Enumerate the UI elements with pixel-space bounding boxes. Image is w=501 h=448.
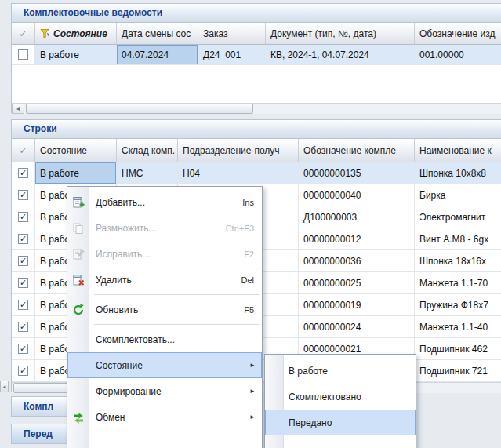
- header-check-column[interactable]: ✓: [12, 23, 35, 45]
- header-code[interactable]: Обозначение компле: [299, 139, 415, 162]
- menu-item-forming[interactable]: Формирование ►: [67, 378, 262, 404]
- row-checkbox[interactable]: ✓: [18, 344, 28, 354]
- cell-name[interactable]: Манжета 1.1-70: [415, 272, 501, 294]
- cell-code[interactable]: 00000000019: [299, 294, 415, 316]
- delete-icon: [72, 274, 85, 286]
- header-department[interactable]: Подразделение-получ: [178, 139, 299, 162]
- sheet-designation-cell[interactable]: 001.00000: [415, 45, 501, 65]
- check-icon: ✓: [19, 28, 27, 39]
- menu-item-delete[interactable]: Удалить Del: [67, 267, 262, 293]
- submenu-item-transferred[interactable]: Передано: [265, 410, 416, 435]
- header-name[interactable]: Наименование к: [415, 139, 501, 162]
- sheet-state-cell[interactable]: В работе: [35, 45, 117, 65]
- row-checkbox-cell[interactable]: ✓: [12, 360, 35, 382]
- cell-code[interactable]: 00000000135: [299, 162, 415, 184]
- row-checkbox[interactable]: ✓: [18, 278, 28, 288]
- add-icon: [72, 196, 85, 209]
- row-checkbox-cell[interactable]: ✓: [12, 294, 35, 316]
- row-checkbox-cell[interactable]: ✓: [12, 228, 35, 250]
- exchange-icon: [72, 411, 85, 424]
- submenu-item-assembled[interactable]: Скомплектовано: [265, 384, 416, 410]
- sheet-doc-cell[interactable]: КВ, 2024-1, 04.07.2024: [266, 45, 415, 65]
- cell-name[interactable]: Пружина Ф18х7: [415, 294, 501, 316]
- header-designation[interactable]: Обозначение изд: [415, 23, 501, 45]
- sheet-row[interactable]: В работе 04.07.2024 Д24_001 КВ, 2024-1, …: [12, 45, 501, 65]
- row-checkbox[interactable]: ✓: [18, 322, 28, 332]
- header-document[interactable]: Документ (тип, №, дата): [266, 23, 415, 45]
- cell-name[interactable]: Электромагнит: [415, 206, 501, 228]
- sheet-row-checkbox-cell[interactable]: [12, 45, 35, 65]
- scroll-left-button[interactable]: ◄: [0, 381, 9, 392]
- row-checkbox[interactable]: ✓: [18, 212, 28, 222]
- row-checkbox-cell[interactable]: ✓: [12, 272, 35, 294]
- cell-code[interactable]: 00000000036: [299, 250, 415, 272]
- state-submenu: В работе Скомплектовано Передано: [264, 354, 416, 448]
- row-checkbox-cell[interactable]: ✓: [12, 338, 35, 360]
- header-date[interactable]: Дата смены сос: [117, 23, 198, 45]
- scroll-thumb[interactable]: [26, 104, 253, 114]
- menu-item-duplicate[interactable]: Размножить... Ctrl+F3: [67, 215, 262, 241]
- submenu-item-in-work[interactable]: В работе: [265, 358, 416, 384]
- submenu-item-label: Передано: [289, 417, 332, 428]
- row-checkbox-cell[interactable]: ✓: [12, 316, 35, 338]
- row-checkbox[interactable]: ✓: [18, 366, 28, 376]
- menu-item-label: Исправить...: [96, 249, 150, 260]
- submenu-arrow-icon: ►: [249, 388, 256, 395]
- row-checkbox[interactable]: [18, 49, 28, 60]
- sheets-table-empty-area: [12, 65, 501, 103]
- cell-state[interactable]: В работе: [35, 162, 117, 184]
- table-row[interactable]: ✓ В работе НМС Н04 00000000135 Шпонка 10…: [12, 162, 501, 184]
- header-state[interactable]: Состояние: [35, 139, 117, 162]
- menu-item-label: Скомплектовать...: [96, 334, 175, 345]
- header-check-column[interactable]: ✓: [12, 139, 35, 162]
- menu-item-shortcut: F2: [244, 249, 254, 259]
- cell-code[interactable]: 00000000040: [299, 184, 415, 206]
- row-checkbox[interactable]: ✓: [18, 234, 28, 244]
- cell-code[interactable]: 00000000025: [299, 272, 415, 294]
- cell-name[interactable]: Бирка: [415, 184, 501, 206]
- menu-item-refresh[interactable]: Обновить F5: [67, 297, 262, 322]
- cell-name[interactable]: Шпонка 18х16х: [415, 250, 501, 272]
- header-warehouse[interactable]: Склад комп.: [117, 139, 178, 162]
- row-checkbox[interactable]: ✓: [18, 300, 28, 310]
- row-checkbox[interactable]: ✓: [18, 168, 28, 178]
- check-icon: ✓: [20, 191, 27, 199]
- sheets-hscrollbar[interactable]: ◄: [12, 103, 501, 114]
- scroll-left-button[interactable]: ◄: [12, 104, 24, 114]
- header-state[interactable]: Состояние: [35, 23, 117, 45]
- sheets-panel-title: Комплектовочные ведомости: [12, 4, 501, 23]
- menu-item-label: Формирование: [96, 386, 162, 397]
- check-icon: ✓: [20, 279, 27, 287]
- header-state-label: Состояние: [53, 28, 107, 39]
- menu-item-state[interactable]: Состояние ►: [67, 352, 262, 378]
- cell-code[interactable]: 00000000012: [299, 228, 415, 250]
- sheet-date-cell[interactable]: 04.07.2024: [117, 45, 198, 65]
- check-icon: ✓: [20, 257, 27, 265]
- menu-item-add[interactable]: Добавить... Ins: [67, 189, 262, 215]
- cell-name[interactable]: Подшипник 462: [415, 338, 501, 360]
- submenu-arrow-icon: ►: [249, 362, 256, 369]
- cell-department[interactable]: Н04: [178, 162, 299, 184]
- cell-warehouse[interactable]: НМС: [117, 162, 178, 184]
- header-order[interactable]: Заказ: [198, 23, 266, 45]
- edit-icon: [72, 248, 85, 260]
- row-checkbox-cell[interactable]: ✓: [12, 250, 35, 272]
- menu-item-edit[interactable]: Исправить... F2: [67, 241, 262, 267]
- cell-code[interactable]: 00000000024: [299, 316, 415, 338]
- sheet-order-cell[interactable]: Д24_001: [198, 45, 266, 65]
- menu-item-exchange[interactable]: Обмен ►: [67, 404, 262, 430]
- cell-name[interactable]: Манжета 1.1-40: [415, 316, 501, 338]
- left-arrow-icon: ◄: [16, 106, 21, 111]
- menu-item-assemble[interactable]: Скомплектовать...: [67, 326, 262, 352]
- cell-name[interactable]: Винт А.М8 - 6gх: [415, 228, 501, 250]
- menu-item-shortcut: Ins: [242, 198, 254, 207]
- cell-code[interactable]: Д100000003: [299, 206, 415, 228]
- cell-name[interactable]: Шпонка 10х8х8: [415, 162, 501, 184]
- cell-name[interactable]: Подшипник 721: [415, 360, 501, 382]
- row-checkbox[interactable]: ✓: [18, 190, 28, 200]
- row-checkbox-cell[interactable]: ✓: [12, 162, 35, 184]
- row-checkbox-cell[interactable]: ✓: [12, 206, 35, 228]
- check-icon: ✓: [20, 300, 27, 309]
- row-checkbox[interactable]: ✓: [18, 256, 28, 266]
- row-checkbox-cell[interactable]: ✓: [12, 184, 35, 206]
